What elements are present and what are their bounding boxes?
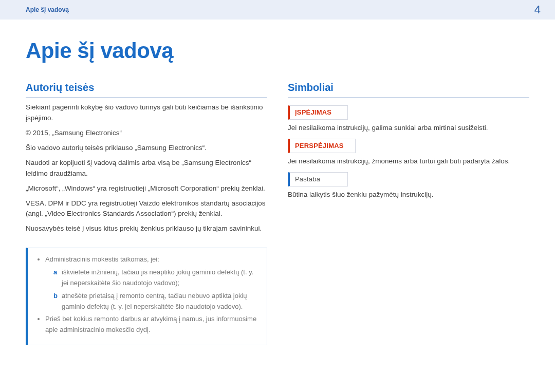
copyright-para-2: Šio vadovo autorių teisės priklauso „Sam… [26,143,267,154]
heading-symbols: Simboliai [288,80,529,98]
caution-text: Jei nesilaikoma instrukcijų, žmonėms arb… [288,156,529,167]
admin-fee-item-a-text: iškvietėte inžinierių, tačiau jis neapti… [62,268,253,287]
copyright-para-6: Nuosavybės teisė į visus kitus prekių že… [26,223,267,234]
caution-label: PERSPĖJIMAS [288,139,356,153]
note-label: Pastaba [288,172,348,186]
warning-text: Jei nesilaikoma instrukcijų, galima sunk… [288,123,529,134]
copyright-para-0: Siekiant pagerinti kokybę šio vadovo tur… [26,102,267,124]
header-bar: Apie šį vadovą 4 [0,0,555,20]
admin-fee-lead: Administracinis mokestis taikomas, jei: … [45,254,257,312]
page-title: Apie šį vadovą [26,34,529,67]
page-content: Apie šį vadovą Autorių teisės Siekiant p… [0,20,555,345]
heading-copyright: Autorių teisės [26,80,267,98]
admin-fee-box: Administracinis mokestis taikomas, jei: … [26,248,267,345]
admin-fee-item-b-text: atnešėte prietaisą į remonto centrą, tač… [62,292,247,310]
column-right: Simboliai ĮSPĖJIMAS Jei nesilaikoma inst… [288,80,529,345]
list-letter-b: b [53,291,58,302]
column-left: Autorių teisės Siekiant pagerinti kokybę… [26,80,267,345]
copyright-para-5: VESA, DPM ir DDC yra registruotieji Vaiz… [26,198,267,220]
copyright-para-4: „Microsoft“, „Windows“ yra registruotiej… [26,183,267,194]
admin-fee-item-b: b atnešėte prietaisą į remonto centrą, t… [53,291,257,312]
copyright-para-1: © 2015, „Samsung Electronics“ [26,128,267,139]
breadcrumb: Apie šį vadovą [26,5,69,15]
admin-fee-tail: Prieš bet kokius remonto darbus ar atvyk… [45,314,257,335]
note-text: Būtina laikytis šiuo ženklu pažymėtų ins… [288,190,529,200]
columns: Autorių teisės Siekiant pagerinti kokybę… [26,80,529,345]
page-number: 4 [534,1,541,18]
warning-label: ĮSPĖJIMAS [288,105,348,120]
list-letter-a: a [53,267,57,278]
copyright-para-3: Naudoti ar kopijuoti šį vadovą dalimis a… [26,158,267,179]
admin-fee-lead-text: Administracinis mokestis taikomas, jei: [45,255,159,263]
admin-fee-item-a: a iškvietėte inžinierių, tačiau jis neap… [53,267,257,289]
